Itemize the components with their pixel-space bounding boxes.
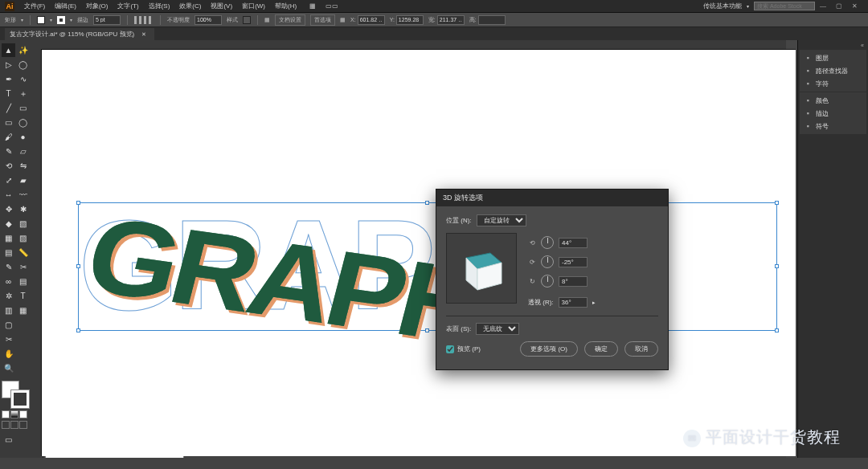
tool-column-graph[interactable]: ▥ — [2, 304, 15, 317]
perspective-input[interactable] — [559, 297, 588, 308]
y-input[interactable] — [396, 15, 424, 25]
panel-color[interactable]: ▪颜色 — [801, 94, 865, 107]
menu-effect[interactable]: 效果(C) — [179, 2, 201, 10]
cube-track[interactable] — [446, 233, 517, 304]
tool-shape-builder[interactable]: ◆ — [2, 217, 15, 230]
menu-edit[interactable]: 编辑(E) — [55, 2, 76, 10]
stroke-weight-input[interactable] — [93, 15, 121, 25]
menu-object[interactable]: 对象(O) — [86, 2, 108, 10]
draw-normal-icon[interactable] — [2, 421, 10, 429]
chevron-down-icon[interactable]: ▾ — [21, 17, 23, 22]
menu-arrange-icon[interactable]: ▭▭ — [326, 2, 338, 10]
tool-reflect[interactable]: ⇋ — [16, 159, 30, 173]
tool-width[interactable]: ↔ — [2, 188, 15, 202]
surface-select[interactable]: 无底纹 — [476, 323, 519, 335]
tool-rectangle[interactable]: ▭ — [2, 116, 15, 129]
tool-warp[interactable]: 〰 — [16, 188, 30, 202]
tool-free-transform[interactable]: ✥ — [2, 202, 15, 216]
panel-path[interactable]: ▪路径查找器 — [801, 64, 865, 77]
stepper-icon[interactable]: ▸ — [592, 300, 596, 306]
panel-symbol[interactable]: ▪符号 — [801, 120, 865, 133]
tool-perspective[interactable]: ▧ — [16, 217, 30, 230]
position-select[interactable]: 自定旋转 — [477, 214, 526, 226]
tool-magic-wand[interactable]: ✨ — [16, 43, 30, 57]
tool-puppet[interactable]: ✱ — [16, 202, 30, 216]
tool-scissors[interactable]: ✂ — [16, 260, 30, 274]
close-tab-icon[interactable]: ✕ — [141, 31, 146, 37]
tool-shear[interactable]: ▰ — [16, 173, 30, 187]
transform-ref-icon[interactable]: ▦ — [340, 17, 346, 23]
fill-stroke-control[interactable] — [2, 381, 29, 408]
stroke-profile[interactable] — [134, 16, 154, 24]
tool-slice[interactable]: ✂ — [2, 332, 15, 346]
collapse-dock-icon[interactable]: « — [800, 42, 866, 49]
tool-ellipse[interactable]: ◯ — [16, 116, 30, 129]
fill-swatch[interactable] — [37, 16, 45, 24]
menu-window[interactable]: 窗口(W) — [242, 2, 265, 10]
tool-blend[interactable]: ∞ — [2, 275, 15, 288]
x-axis-dial[interactable] — [541, 236, 554, 249]
align-icon[interactable]: ▦ — [264, 17, 270, 23]
screen-mode-button[interactable]: ▭ — [2, 433, 15, 447]
window-maximize-icon[interactable]: ▢ — [836, 2, 847, 10]
dialog-3d-rotate[interactable]: 3D 旋转选项 位置 (N): 自定旋转 ⟲ — [436, 189, 669, 370]
stroke-swatch[interactable] — [57, 16, 65, 24]
dialog-title-bar[interactable]: 3D 旋转选项 — [436, 190, 668, 206]
tool-hand[interactable]: ✋ — [2, 347, 15, 361]
preferences-button[interactable]: 首选项 — [310, 14, 335, 26]
panel-stroke[interactable]: ▪描边 — [801, 107, 865, 120]
tool-live-paint[interactable]: ▨ — [16, 231, 30, 245]
window-minimize-icon[interactable]: — — [820, 2, 831, 10]
draw-behind-icon[interactable] — [10, 421, 18, 429]
tool-direct-selection[interactable]: ▷ — [2, 58, 15, 71]
tool-eraser[interactable]: ▱ — [16, 145, 30, 158]
tool-print-tiling[interactable]: ▦ — [16, 304, 30, 317]
color-fill-mode[interactable] — [2, 410, 10, 418]
chevron-down-icon[interactable]: ▾ — [50, 17, 52, 22]
tool-area-type[interactable]: ▤ — [16, 275, 30, 288]
search-input[interactable] — [754, 2, 815, 10]
tool-symbol-sprayer[interactable]: ✲ — [2, 289, 15, 303]
opacity-input[interactable] — [194, 15, 222, 25]
preview-checkbox[interactable]: 预览 (P) — [446, 345, 481, 353]
x-axis-input[interactable] — [559, 238, 588, 248]
tool-lasso[interactable]: ◯ — [16, 58, 30, 71]
menu-type[interactable]: 文字(T) — [117, 2, 138, 10]
panel-layers[interactable]: ▪图层 — [801, 51, 865, 64]
h-input[interactable] — [478, 15, 506, 25]
menu-select[interactable]: 选择(S) — [149, 2, 170, 10]
tool-pen[interactable]: ✒ — [2, 72, 15, 86]
artboard[interactable]: GRAPHIC GRAPHIC GRAPHIC — [42, 50, 796, 456]
none-fill-mode[interactable] — [19, 410, 27, 418]
tool-mesh[interactable]: ▦ — [2, 231, 15, 245]
w-input[interactable] — [437, 15, 465, 25]
document-tab[interactable]: 复古文字设计.ai* @ 115% (RGB/GPU 预览) ✕ — [5, 28, 154, 40]
menu-view[interactable]: 视图(V) — [211, 2, 232, 10]
tool-artboard[interactable]: ▢ — [2, 318, 15, 332]
ok-button[interactable]: 确定 — [584, 341, 618, 357]
chevron-down-icon[interactable]: ▾ — [747, 3, 749, 9]
tool-scale[interactable]: ⤢ — [2, 173, 15, 187]
y-axis-input[interactable] — [559, 257, 588, 267]
chevron-down-icon[interactable]: ▾ — [70, 17, 72, 22]
more-options-button[interactable]: 更多选项 (O) — [520, 341, 578, 357]
tool-rotate[interactable]: ⟲ — [2, 159, 15, 173]
draw-inside-icon[interactable] — [19, 421, 27, 429]
cancel-button[interactable]: 取消 — [624, 341, 658, 357]
tool-measure[interactable]: 📏 — [16, 246, 30, 259]
y-axis-dial[interactable] — [541, 255, 554, 268]
stroke-color-swatch[interactable] — [11, 390, 29, 408]
tool-touch-type[interactable]: T — [16, 289, 30, 303]
tool-gradient[interactable]: ▤ — [2, 246, 15, 259]
window-close-icon[interactable]: ✕ — [852, 2, 863, 10]
tool-rectangle-alt[interactable]: ▭ — [16, 101, 30, 115]
preview-check-input[interactable] — [446, 345, 454, 353]
tool-type[interactable]: T — [2, 87, 15, 100]
panel-char[interactable]: ▪字符 — [801, 77, 865, 90]
tool-pencil[interactable]: ✎ — [2, 145, 15, 158]
tool-line[interactable]: ╱ — [2, 101, 15, 115]
tool-add-anchor[interactable]: ＋ — [16, 87, 30, 100]
graphic-style-swatch[interactable] — [243, 16, 251, 24]
menu-file[interactable]: 文件(F) — [24, 2, 45, 10]
z-axis-input[interactable] — [559, 276, 588, 287]
